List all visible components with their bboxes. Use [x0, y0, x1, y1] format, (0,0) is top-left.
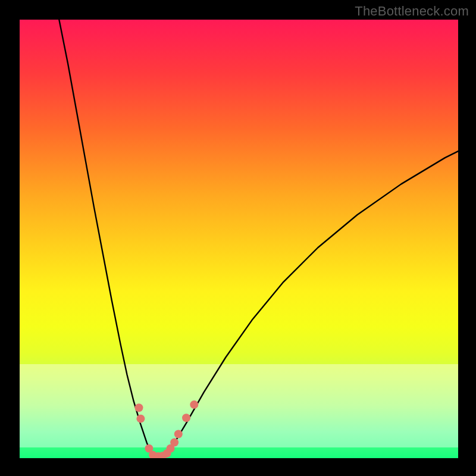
watermark-text: TheBottleneck.com — [355, 4, 469, 19]
data-marker — [170, 438, 178, 446]
series-right-curve — [164, 151, 458, 458]
series-left-curve — [59, 20, 153, 458]
data-marker — [174, 430, 183, 438]
data-marker — [136, 415, 145, 423]
data-marker — [182, 414, 190, 422]
data-marker — [134, 403, 143, 412]
chart-svg — [20, 20, 458, 458]
plot-area — [20, 20, 458, 458]
chart-frame: TheBottleneck.com — [0, 0, 476, 476]
data-marker — [190, 400, 198, 409]
